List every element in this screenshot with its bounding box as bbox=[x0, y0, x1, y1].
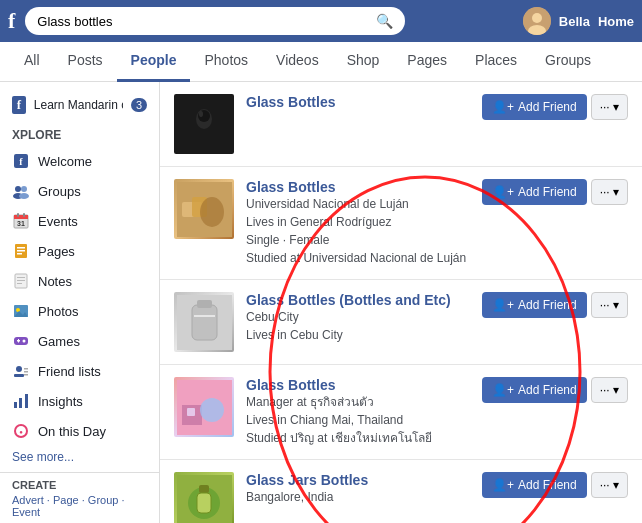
sidebar-item-events[interactable]: 31 Events bbox=[0, 206, 159, 236]
more-btn-2[interactable]: ··· ▾ bbox=[591, 179, 628, 205]
tab-pages[interactable]: Pages bbox=[393, 42, 461, 82]
welcome-icon: f bbox=[12, 152, 30, 170]
create-page-link[interactable]: Page bbox=[53, 494, 79, 506]
sidebar-label-groups: Groups bbox=[38, 184, 81, 199]
on-this-day-icon: ● bbox=[12, 422, 30, 440]
more-btn-3[interactable]: ··· ▾ bbox=[591, 292, 628, 318]
result-info-3: Glass Bottles (Bottles and Etc) Cebu Cit… bbox=[246, 292, 470, 344]
user-name: Bella bbox=[559, 14, 590, 29]
result-actions-1: 👤+ Add Friend ··· ▾ bbox=[482, 94, 628, 120]
svg-rect-21 bbox=[17, 283, 22, 284]
svg-point-46 bbox=[200, 197, 224, 227]
add-friend-btn-3[interactable]: 👤+ Add Friend bbox=[482, 292, 587, 318]
svg-point-6 bbox=[21, 186, 27, 192]
sidebar-item-notes[interactable]: Notes bbox=[0, 266, 159, 296]
tab-places[interactable]: Places bbox=[461, 42, 531, 82]
tab-all[interactable]: All bbox=[10, 42, 54, 82]
sidebar-item-mandarin[interactable]: f Learn Mandarin onli... 3 bbox=[0, 90, 159, 120]
search-input[interactable] bbox=[37, 14, 370, 29]
add-friend-icon-2: 👤+ bbox=[492, 185, 514, 199]
sidebar-item-welcome[interactable]: f Welcome bbox=[0, 146, 159, 176]
svg-rect-57 bbox=[199, 485, 209, 493]
result-name-2[interactable]: Glass Bottles bbox=[246, 179, 470, 195]
result-actions-4: 👤+ Add Friend ··· ▾ bbox=[482, 377, 628, 403]
mandarin-icon: f bbox=[12, 96, 26, 114]
result-thumb-5 bbox=[174, 472, 234, 523]
result-actions-3: 👤+ Add Friend ··· ▾ bbox=[482, 292, 628, 318]
sidebar-item-insights[interactable]: Insights bbox=[0, 386, 159, 416]
svg-point-8 bbox=[19, 193, 29, 199]
svg-rect-33 bbox=[24, 374, 28, 376]
result-thumb-4 bbox=[174, 377, 234, 437]
svg-rect-12 bbox=[23, 213, 25, 217]
svg-rect-15 bbox=[17, 247, 25, 249]
svg-rect-16 bbox=[17, 250, 25, 252]
result-actions-5: 👤+ Add Friend ··· ▾ bbox=[482, 472, 628, 498]
add-friend-icon-4: 👤+ bbox=[492, 383, 514, 397]
sidebar-item-photos[interactable]: Photos bbox=[0, 296, 159, 326]
tab-posts[interactable]: Posts bbox=[54, 42, 117, 82]
sidebar-label-photos: Photos bbox=[38, 304, 78, 319]
create-links: Advert · Page · Group · Event bbox=[12, 494, 147, 518]
result-name-3[interactable]: Glass Bottles (Bottles and Etc) bbox=[246, 292, 470, 308]
more-btn-4[interactable]: ··· ▾ bbox=[591, 377, 628, 403]
sidebar-label-games: Games bbox=[38, 334, 80, 349]
add-friend-btn-4[interactable]: 👤+ Add Friend bbox=[482, 377, 587, 403]
create-group-link[interactable]: Group bbox=[88, 494, 119, 506]
add-friend-icon-3: 👤+ bbox=[492, 298, 514, 312]
sidebar-label-on-this-day: On this Day bbox=[38, 424, 106, 439]
tab-videos[interactable]: Videos bbox=[262, 42, 333, 82]
result-name-4[interactable]: Glass Bottles bbox=[246, 377, 470, 393]
sidebar-item-games[interactable]: Games bbox=[0, 326, 159, 356]
search-bar: 🔍 bbox=[25, 7, 405, 35]
svg-rect-19 bbox=[17, 277, 25, 278]
svg-rect-11 bbox=[17, 213, 19, 217]
result-item: Glass Bottles Manager at ธุรกิจส่วนตัว L… bbox=[160, 365, 642, 460]
sidebar-label-insights: Insights bbox=[38, 394, 83, 409]
svg-rect-30 bbox=[14, 374, 24, 377]
svg-rect-25 bbox=[14, 337, 28, 345]
svg-rect-27 bbox=[18, 339, 19, 343]
svg-rect-54 bbox=[187, 408, 195, 416]
add-friend-icon-1: 👤+ bbox=[492, 100, 514, 114]
svg-text:31: 31 bbox=[17, 220, 25, 227]
events-icon: 31 bbox=[12, 212, 30, 230]
top-right-actions: Bella Home bbox=[523, 7, 634, 35]
svg-point-42 bbox=[199, 111, 203, 117]
create-event-link[interactable]: Event bbox=[12, 506, 40, 518]
svg-point-5 bbox=[15, 186, 21, 192]
svg-rect-10 bbox=[14, 215, 28, 219]
tab-photos[interactable]: Photos bbox=[190, 42, 262, 82]
sidebar-badge: 3 bbox=[131, 98, 147, 112]
svg-rect-48 bbox=[192, 305, 217, 340]
avatar bbox=[523, 7, 551, 35]
result-name-5[interactable]: Glass Jars Bottles bbox=[246, 472, 470, 488]
sidebar-item-on-this-day[interactable]: ● On this Day bbox=[0, 416, 159, 446]
sidebar-item-groups[interactable]: Groups bbox=[0, 176, 159, 206]
more-btn-5[interactable]: ··· ▾ bbox=[591, 472, 628, 498]
svg-point-23 bbox=[16, 308, 20, 312]
fb-logo: f bbox=[8, 10, 15, 32]
home-link[interactable]: Home bbox=[598, 14, 634, 29]
result-info-5: Glass Jars Bottles Bangalore, India bbox=[246, 472, 470, 506]
sidebar-label-pages: Pages bbox=[38, 244, 75, 259]
create-advert-link[interactable]: Advert bbox=[12, 494, 44, 506]
add-friend-btn-2[interactable]: 👤+ Add Friend bbox=[482, 179, 587, 205]
result-detail-5: Bangalore, India bbox=[246, 488, 470, 506]
sidebar-see-more[interactable]: See more... bbox=[0, 446, 159, 468]
add-friend-btn-5[interactable]: 👤+ Add Friend bbox=[482, 472, 587, 498]
svg-rect-32 bbox=[24, 371, 28, 373]
tab-groups[interactable]: Groups bbox=[531, 42, 605, 82]
search-button[interactable]: 🔍 bbox=[376, 13, 393, 29]
sidebar-item-pages[interactable]: Pages bbox=[0, 236, 159, 266]
sidebar-item-friend-lists[interactable]: Friend lists bbox=[0, 356, 159, 386]
svg-rect-31 bbox=[24, 368, 28, 370]
tab-people[interactable]: People bbox=[117, 42, 191, 82]
svg-point-1 bbox=[532, 13, 542, 23]
result-name-1[interactable]: Glass Bottles bbox=[246, 94, 470, 110]
tab-shop[interactable]: Shop bbox=[333, 42, 394, 82]
more-btn-1[interactable]: ··· ▾ bbox=[591, 94, 628, 120]
result-thumb-3 bbox=[174, 292, 234, 352]
sidebar-create: CREATE Advert · Page · Group · Event bbox=[0, 472, 159, 523]
add-friend-btn-1[interactable]: 👤+ Add Friend bbox=[482, 94, 587, 120]
